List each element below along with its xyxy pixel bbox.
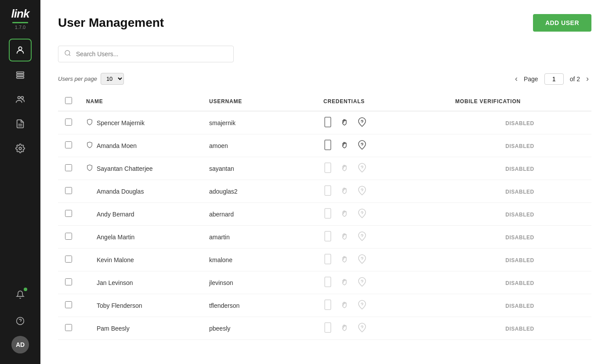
svg-rect-16 [325,186,331,195]
mobile-verification-status: DISABLED [505,303,534,309]
svg-point-4 [18,97,21,99]
user-name: Amanda Moen [97,142,137,149]
row-mobile-cell: DISABLED [448,157,591,180]
row-name-cell[interactable]: Kevin Malone [79,249,202,271]
table-row: Jan Levinsonjlevinson DISABLED [58,271,591,294]
pin-credential-icon [339,277,350,288]
search-icon [64,50,71,58]
row-checkbox[interactable] [65,301,72,308]
svg-point-11 [65,50,70,55]
row-mobile-cell: DISABLED [448,294,591,317]
user-name: Amanda Douglas [97,188,144,195]
row-checkbox[interactable] [65,210,72,217]
sidebar-item-storage[interactable] [9,63,32,86]
row-name-cell[interactable]: Angela Martin [79,226,202,249]
row-checkbox[interactable] [65,119,72,126]
sidebar-item-user[interactable] [9,39,32,61]
row-mobile-cell: DISABLED [448,134,591,157]
row-checkbox[interactable] [65,278,72,285]
user-table: NAME USERNAME CREDENTIALS MOBILE VERIFIC… [58,92,591,340]
row-checkbox[interactable] [65,233,72,240]
mobile-verification-status: DISABLED [505,212,534,218]
search-container [58,46,234,62]
select-all-checkbox[interactable] [65,97,72,104]
table-row: Angela Martinamartin DISABLED [58,226,591,249]
add-user-button[interactable]: ADD USER [533,14,591,32]
pin-credential-icon [339,299,350,311]
row-username-cell: jlevinson [202,271,316,294]
page-title: User Management [58,16,164,30]
row-credentials-cell [316,294,448,317]
row-name-cell[interactable]: Amanda Douglas [79,180,202,203]
fingerprint-credential-icon [357,231,367,243]
row-mobile-cell: DISABLED [448,203,591,226]
row-check-cell [58,134,79,157]
logo-text: link [11,7,29,21]
help-button[interactable] [9,310,32,332]
row-name-cell[interactable]: Toby Flenderson [79,294,202,317]
row-check-cell [58,180,79,203]
mobile-verification-status: DISABLED [505,166,534,172]
sidebar-item-document[interactable] [9,112,32,135]
per-page-select[interactable]: 10 25 50 [101,73,124,85]
row-credentials-cell [316,180,448,203]
row-name-cell[interactable]: Andy Bernard [79,203,202,226]
page-input[interactable] [544,73,564,85]
fingerprint-credential-icon [357,185,367,197]
sidebar-item-group[interactable] [9,88,32,111]
sidebar-item-settings[interactable] [9,137,32,160]
search-input[interactable] [58,46,234,62]
page-label: Page [524,76,538,83]
user-icon [15,45,25,55]
svg-rect-2 [17,74,24,76]
sidebar-nav [0,37,40,283]
row-credentials-cell [316,271,448,294]
per-page-label: Users per page [58,76,97,82]
row-mobile-cell: DISABLED [448,180,591,203]
row-checkbox[interactable] [65,164,72,171]
card-credential-icon [323,140,332,151]
pin-credential-icon [339,185,350,197]
gear-icon [15,144,25,153]
mobile-verification-status: DISABLED [505,143,534,149]
row-name-cell[interactable]: Spencer Majernik [79,111,202,134]
total-pages: of 2 [570,76,580,83]
table-row: Andy Bernardabernard DISABLED [58,203,591,226]
row-credentials-cell [316,203,448,226]
user-avatar[interactable]: AD [11,336,29,353]
row-checkbox[interactable] [65,141,72,148]
row-name-cell[interactable]: Jan Levinson [79,271,202,294]
app-logo: link 1.7.0 [0,0,40,33]
row-credentials-cell [316,249,448,271]
mobile-verification-status: DISABLED [505,280,534,286]
row-name-cell[interactable]: Sayantan Chatterjee [79,157,202,180]
row-checkbox[interactable] [65,187,72,194]
next-page-button[interactable]: › [584,73,591,84]
row-check-cell [58,317,79,340]
document-icon [15,119,25,129]
shield-icon [86,164,93,173]
col-header-check [58,92,79,111]
svg-rect-22 [325,323,331,332]
help-icon [16,317,25,325]
notification-bell[interactable] [9,283,32,306]
prev-page-button[interactable]: ‹ [512,73,520,84]
row-username-cell: smajernik [202,111,316,134]
row-name-cell[interactable]: Pam Beesly [79,317,202,340]
row-mobile-cell: DISABLED [448,249,591,271]
col-header-mobile: MOBILE VERIFICATION [448,92,591,111]
svg-line-12 [69,54,70,56]
row-username-cell: adouglas2 [202,180,316,203]
logo-version: 1.7.0 [15,25,25,30]
row-credentials-cell [316,134,448,157]
row-credentials-cell [316,317,448,340]
col-header-credentials: CREDENTIALS [316,92,448,111]
row-name-cell[interactable]: Amanda Moen [79,134,202,157]
shield-icon [86,119,93,127]
row-mobile-cell: DISABLED [448,317,591,340]
card-credential-icon [323,322,332,334]
row-checkbox[interactable] [65,256,72,263]
fingerprint-credential-icon [357,254,367,266]
sidebar: link 1.7.0 [0,0,40,364]
row-checkbox[interactable] [65,324,72,331]
